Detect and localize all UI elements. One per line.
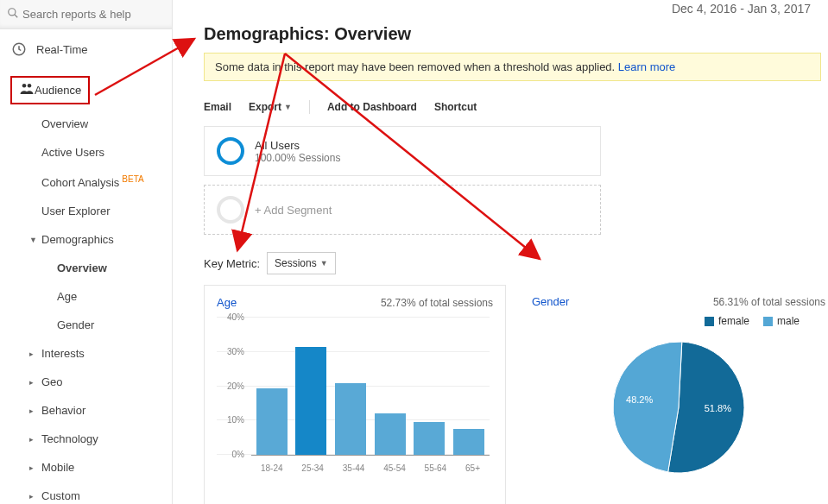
key-metric-label: Key Metric: <box>204 257 260 270</box>
bar <box>295 347 326 455</box>
bar <box>453 429 484 455</box>
shortcut-button[interactable]: Shortcut <box>434 100 477 114</box>
caret-right-icon: ▸ <box>29 492 38 501</box>
nav-realtime-label: Real-Time <box>36 43 87 56</box>
subnav-cohort[interactable]: Cohort AnalysisBETA <box>41 167 172 197</box>
caret-right-icon: ▸ <box>29 350 38 358</box>
subnav-geo[interactable]: ▸Geo <box>29 368 172 396</box>
segment-all-users[interactable]: All Users 100.00% Sessions <box>204 126 601 176</box>
age-panel-title[interactable]: Age <box>217 296 237 309</box>
caret-right-icon: ▸ <box>29 378 38 387</box>
beta-badge: BETA <box>122 174 143 184</box>
email-button[interactable]: Email <box>204 100 231 114</box>
caret-down-icon: ▼ <box>29 236 38 244</box>
subnav-user-explorer[interactable]: User Explorer <box>41 197 172 225</box>
subnav-demo-age[interactable]: Age <box>57 282 172 311</box>
toolbar: Email Export▼ Add to Dashboard Shortcut <box>204 91 828 126</box>
clock-icon <box>10 41 28 57</box>
gender-pie-chart: 51.8%48.2% <box>605 334 752 481</box>
svg-text:51.8%: 51.8% <box>705 403 731 413</box>
caret-right-icon: ▸ <box>29 435 38 444</box>
age-panel-subtitle: 52.73% of total sessions <box>381 297 493 309</box>
nav-realtime[interactable]: Real-Time <box>0 29 172 66</box>
age-panel: Age 52.73% of total sessions 0%10%20%30%… <box>204 285 506 504</box>
segment-subtitle: 100.00% Sessions <box>255 152 340 164</box>
bar <box>375 413 406 455</box>
subnav-mobile[interactable]: ▸Mobile <box>29 453 172 482</box>
legend-female: female <box>705 315 749 327</box>
gender-panel-subtitle: 56.31% of total sessions <box>713 296 825 308</box>
add-segment-button[interactable]: + Add Segment <box>204 185 601 235</box>
svg-text:48.2%: 48.2% <box>626 394 653 405</box>
svg-line-1 <box>15 15 18 18</box>
date-range[interactable]: Dec 4, 2016 - Jan 3, 2017 <box>204 0 828 24</box>
segment-circle-icon <box>217 137 244 165</box>
divider <box>309 100 310 114</box>
caret-down-icon: ▼ <box>284 103 292 111</box>
subnav-demographics[interactable]: ▼ Demographics <box>29 225 172 254</box>
subnav-demo-overview[interactable]: Overview <box>57 254 172 282</box>
learn-more-link[interactable]: Learn more <box>618 60 675 73</box>
segment-empty-icon <box>217 196 244 224</box>
svg-point-3 <box>22 84 27 88</box>
legend-male: male <box>763 315 800 327</box>
audience-icon <box>19 81 35 99</box>
caret-right-icon: ▸ <box>29 463 38 472</box>
subnav-technology[interactable]: ▸Technology <box>29 425 172 453</box>
search-box[interactable] <box>0 0 172 29</box>
page-title: Demographics: Overview <box>204 24 828 44</box>
subnav-overview[interactable]: Overview <box>41 110 172 138</box>
svg-point-0 <box>9 9 16 16</box>
nav-audience[interactable]: Audience <box>10 76 90 104</box>
gender-panel: Gender 56.31% of total sessions female m… <box>532 285 825 504</box>
key-metric-select[interactable]: Sessions ▼ <box>267 252 336 274</box>
subnav-custom[interactable]: ▸Custom <box>29 482 172 504</box>
export-button[interactable]: Export▼ <box>249 100 292 114</box>
add-dashboard-button[interactable]: Add to Dashboard <box>327 100 417 114</box>
nav-audience-label: Audience <box>35 84 81 97</box>
search-icon <box>7 7 19 22</box>
caret-right-icon: ▸ <box>29 406 38 415</box>
svg-point-4 <box>28 84 32 88</box>
subnav-behavior[interactable]: ▸Behavior <box>29 396 172 425</box>
subnav-demo-gender[interactable]: Gender <box>57 311 172 339</box>
threshold-notice: Some data in this report may have been r… <box>204 53 821 81</box>
caret-down-icon: ▼ <box>320 259 328 268</box>
bar <box>256 388 288 456</box>
bar <box>335 383 366 455</box>
gender-panel-title[interactable]: Gender <box>532 295 569 308</box>
segment-title: All Users <box>255 139 340 152</box>
age-bar-chart: 0%10%20%30%40% 18-2425-3435-4445-5455-64… <box>217 318 493 473</box>
bar <box>414 422 445 455</box>
subnav-active-users[interactable]: Active Users <box>41 138 172 167</box>
subnav-interests[interactable]: ▸Interests <box>29 339 172 368</box>
search-input[interactable] <box>19 8 165 21</box>
